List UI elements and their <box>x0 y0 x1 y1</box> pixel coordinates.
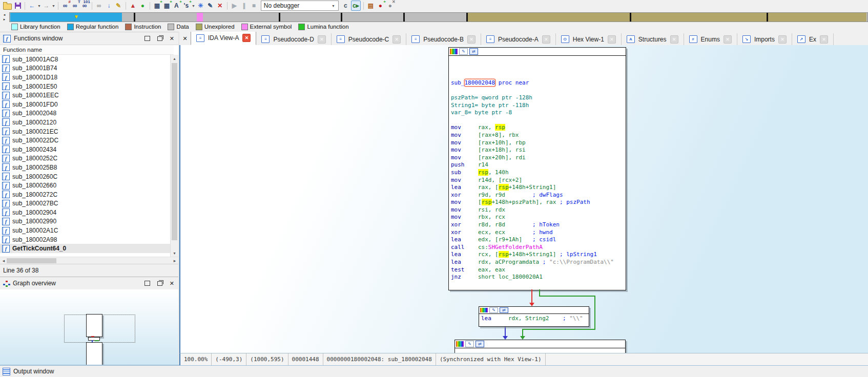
undefine-icon[interactable]: ✕ <box>216 1 224 10</box>
scroll-right-icon[interactable]: ▸ <box>171 257 178 264</box>
function-list-item[interactable]: fsub_180002A98 <box>0 235 171 244</box>
breakpoint-add-icon[interactable]: ●+ <box>376 1 385 10</box>
tab-structures[interactable]: AStructures✕ <box>622 33 684 45</box>
band-scroll-left-icon[interactable]: ◂ <box>2 12 7 17</box>
make-name-icon[interactable]: A+ <box>172 1 181 10</box>
chevron-down-icon[interactable]: ▼ <box>52 4 55 8</box>
graph-overview-minimap[interactable] <box>0 289 178 365</box>
node-color-icon[interactable] <box>456 341 464 347</box>
tab-close-icon[interactable]: ✕ <box>670 35 678 44</box>
tab-pseudocode-b[interactable]: ≡Pseudocode-B✕ <box>406 33 481 45</box>
chevron-down-icon[interactable]: ▼ <box>192 4 195 8</box>
band-scroll-right-icon[interactable]: ▸ <box>2 17 7 22</box>
tab-close-icon[interactable]: ✕ <box>820 35 828 44</box>
search-binary-icon[interactable]: ∞101 <box>80 1 89 10</box>
maximize-icon[interactable] <box>144 281 150 286</box>
graph-overview-titlebar[interactable]: Graph overview ✕ <box>0 277 178 290</box>
debugger-combo[interactable]: No debugger▼ <box>261 1 339 11</box>
function-list-item[interactable]: fsub_18000272C <box>0 190 171 199</box>
vertical-scroll-thumb[interactable] <box>172 63 177 240</box>
search-number-icon[interactable]: ∞# <box>61 1 70 10</box>
tab-close-icon[interactable]: ✕ <box>392 35 401 44</box>
make-string-icon[interactable]: 's+ <box>182 1 191 10</box>
node-group-icon[interactable]: ⇄ <box>469 48 478 55</box>
tab-close-icon[interactable]: ✕ <box>724 35 732 44</box>
function-list-item[interactable]: fsub_180001D18 <box>0 73 171 82</box>
scroll-down-icon[interactable]: ▾ <box>171 249 178 257</box>
tab-pseudocode-a[interactable]: ≡Pseudocode-A✕ <box>481 33 556 45</box>
functions-horizontal-scrollbar[interactable]: ◂ ▸ <box>0 257 178 264</box>
tab-pseudocode-c[interactable]: ≡Pseudocode-C✕ <box>332 33 406 45</box>
attach-icon[interactable]: c <box>341 1 350 10</box>
search-next-icon[interactable]: ∞ <box>95 1 104 10</box>
node-group-icon[interactable]: ⇄ <box>500 307 508 313</box>
breakpoint-del-icon[interactable]: ●✕ <box>386 1 395 10</box>
function-list-item[interactable]: fsub_180002660 <box>0 181 171 190</box>
tab-pseudocode-d[interactable]: ≡Pseudocode-D✕ <box>256 33 331 45</box>
node-group-icon[interactable]: ⇄ <box>476 341 484 347</box>
float-icon[interactable] <box>157 36 162 41</box>
highlight-icon[interactable]: ✎ <box>114 1 123 10</box>
maximize-icon[interactable] <box>144 36 150 41</box>
tab-ida-view-a[interactable]: ≡IDA View-A✕ <box>191 32 256 45</box>
edit-icon[interactable]: ✎ <box>206 1 215 10</box>
save-file-icon[interactable] <box>15 3 21 9</box>
tab-ex[interactable]: ↗Ex✕ <box>792 33 834 45</box>
open-file-icon[interactable] <box>3 4 12 10</box>
node-color-icon[interactable] <box>480 308 488 312</box>
chevron-down-icon[interactable]: ▼ <box>37 4 41 8</box>
function-name-column-header[interactable]: Function name <box>0 45 174 55</box>
tab-hex-view-1[interactable]: OHex View-1✕ <box>556 33 622 45</box>
tab-close-icon[interactable]: ✕ <box>608 35 616 44</box>
functions-window-titlebar[interactable]: f Functions window ✕ <box>0 32 178 45</box>
debug-stop-icon[interactable]: ■ <box>250 1 258 10</box>
debug-pause-icon[interactable]: ∥ <box>240 1 249 10</box>
node-edit-icon[interactable]: ✎ <box>459 48 468 55</box>
function-list-item[interactable]: fsub_180001E50 <box>0 82 171 91</box>
analysis-ok-icon[interactable]: ● <box>138 1 147 10</box>
tab-close-icon[interactable]: ✕ <box>318 35 326 44</box>
graph-node-loc[interactable]: ✎ ⇄ <box>454 340 626 353</box>
nav-forward-icon[interactable]: → <box>42 1 51 10</box>
function-list-item[interactable]: fsub_180002904 <box>0 208 171 217</box>
graph-node-string2[interactable]: ✎ ⇄ lea rdx, String2 ; "\\" <box>479 306 589 327</box>
tabbar-close-icon[interactable]: ✕ <box>179 32 191 45</box>
tab-close-icon[interactable]: ✕ <box>242 34 251 42</box>
horizontal-scroll-thumb[interactable] <box>7 258 56 263</box>
scroll-left-icon[interactable]: ◂ <box>0 257 7 264</box>
function-list-item[interactable]: fsub_1800022DC <box>0 136 171 145</box>
close-icon[interactable]: ✕ <box>170 281 174 286</box>
functions-vertical-scrollbar[interactable]: ▴ ▾ <box>170 55 178 257</box>
graph-node-entry[interactable]: ✎ ⇄ sub_180002048 proc near pszPath= qwo… <box>448 47 626 290</box>
ida-graph-view[interactable]: ✎ ⇄ sub_180002048 proc near pszPath= qwo… <box>179 45 868 353</box>
node-color-icon[interactable] <box>450 49 458 54</box>
function-list-item[interactable]: fsub_1800021EC <box>0 127 171 136</box>
function-list-item[interactable]: fsub_180001EEC <box>0 91 171 100</box>
function-list-item[interactable]: fsub_180002120 <box>0 118 171 127</box>
function-list-item[interactable]: fsub_180002434 <box>0 145 171 154</box>
function-list-item[interactable]: fsub_18000260C <box>0 172 171 181</box>
node-edit-icon[interactable]: ✎ <box>489 307 498 313</box>
make-code-icon[interactable]: ▦+ <box>153 1 161 10</box>
scroll-up-icon[interactable]: ▴ <box>171 55 178 62</box>
node-edit-icon[interactable]: ✎ <box>465 341 474 347</box>
function-list-item[interactable]: fsub_180001FD0 <box>0 100 171 109</box>
make-array-icon[interactable]: ✳ <box>196 1 205 10</box>
tab-imports[interactable]: ↘Imports✕ <box>737 33 792 45</box>
tab-enums[interactable]: #Enums✕ <box>684 33 737 45</box>
debug-start-icon[interactable]: ▶ <box>230 1 239 10</box>
function-list-item[interactable]: fsub_180001B74 <box>0 64 171 73</box>
float-icon[interactable] <box>157 281 162 286</box>
recent-scripts-icon[interactable]: ▤ <box>366 1 375 10</box>
make-data-icon[interactable]: ▦+ <box>162 1 171 10</box>
jump-address-icon[interactable]: ↓ <box>105 1 113 10</box>
tab-close-icon[interactable]: ✕ <box>467 35 476 44</box>
nav-back-icon[interactable]: ← <box>28 1 36 10</box>
function-list-item[interactable]: fsub_180002048 <box>0 109 171 118</box>
function-list-item[interactable]: fsub_180002A1C <box>0 226 171 235</box>
function-list-item[interactable]: fsub_1800027BC <box>0 199 171 208</box>
search-text-icon[interactable]: ∞T <box>71 1 79 10</box>
function-list-item[interactable]: fsub_18000252C <box>0 154 171 163</box>
continue-icon[interactable]: c▸ <box>351 1 361 11</box>
problems-icon[interactable]: ▲ <box>129 1 137 10</box>
